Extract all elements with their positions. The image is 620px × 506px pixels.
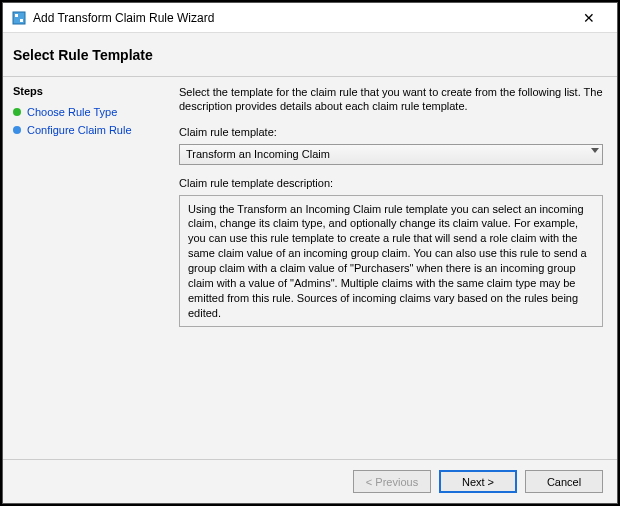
page-heading: Select Rule Template (13, 47, 153, 63)
bullet-pending-icon (13, 126, 21, 134)
template-label: Claim rule template: (179, 126, 603, 138)
main-panel: Select the template for the claim rule t… (173, 77, 617, 459)
svg-rect-0 (13, 12, 25, 24)
cancel-button[interactable]: Cancel (525, 470, 603, 493)
steps-sidebar: Steps Choose Rule Type Configure Claim R… (3, 77, 173, 459)
step-configure-claim-rule[interactable]: Configure Claim Rule (13, 121, 163, 139)
close-button[interactable]: ✕ (569, 3, 609, 32)
step-label: Choose Rule Type (27, 106, 117, 118)
body: Steps Choose Rule Type Configure Claim R… (3, 77, 617, 459)
window-title: Add Transform Claim Rule Wizard (33, 11, 569, 25)
template-selected-value: Transform an Incoming Claim (186, 148, 330, 160)
claim-rule-template-select[interactable]: Transform an Incoming Claim (179, 144, 603, 165)
header-band: Select Rule Template (3, 33, 617, 77)
previous-button: < Previous (353, 470, 431, 493)
footer-buttons: < Previous Next > Cancel (3, 459, 617, 503)
wizard-window: Add Transform Claim Rule Wizard ✕ Select… (2, 2, 618, 504)
svg-rect-2 (20, 19, 23, 22)
template-description: Using the Transform an Incoming Claim ru… (179, 195, 603, 328)
description-label: Claim rule template description: (179, 177, 603, 189)
instruction-text: Select the template for the claim rule t… (179, 85, 603, 114)
next-button[interactable]: Next > (439, 470, 517, 493)
step-choose-rule-type[interactable]: Choose Rule Type (13, 103, 163, 121)
chevron-down-icon (591, 148, 599, 153)
bullet-current-icon (13, 108, 21, 116)
titlebar: Add Transform Claim Rule Wizard ✕ (3, 3, 617, 33)
svg-rect-1 (15, 14, 18, 17)
app-icon (11, 10, 27, 26)
steps-heading: Steps (13, 85, 163, 97)
step-label: Configure Claim Rule (27, 124, 132, 136)
